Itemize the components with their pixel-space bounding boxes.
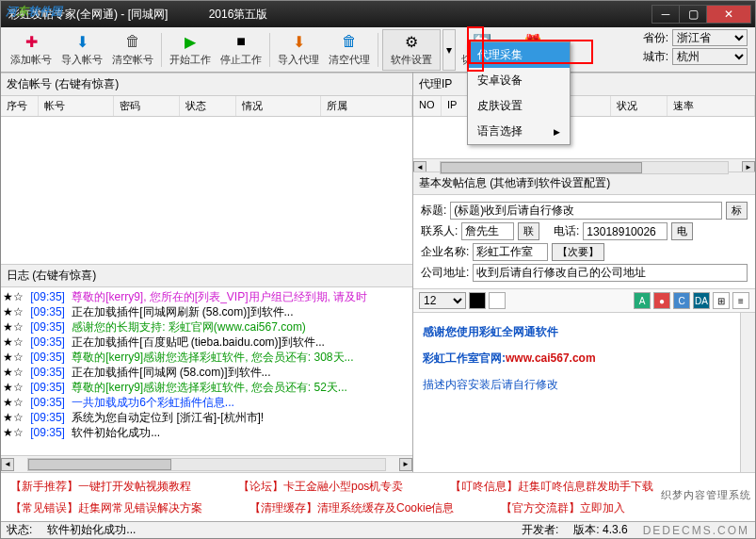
stop-button[interactable]: ■停止工作 [217,29,265,71]
fmt-e-icon[interactable]: ⊞ [713,292,730,309]
contact-label: 联系人: [421,223,458,239]
content-line2: 彩虹工作室官网:www.cai567.com [423,345,746,371]
accounts-header: 发信帐号 (右键有惊喜) [1,73,412,96]
link-tutorial[interactable]: 【新手推荐】一键打开发帖视频教程 [10,479,191,495]
contact-btn[interactable]: 联 [518,222,539,240]
log-panel[interactable]: ★☆ [09:35] 尊敬的[kerry9], 您所在的[列表_VIP]用户组已… [1,287,412,455]
fmt-b-icon[interactable]: ● [653,292,670,309]
pcol-status: 状况 [611,96,668,116]
settings-dropdown-menu: 代理采集 安卓设备 皮肤设置 语言选择▶ [467,41,571,145]
settings-button[interactable]: ⚙软件设置 [382,29,441,71]
fmt-f-icon[interactable]: ≡ [732,292,749,309]
add-account-button[interactable]: ✚添加帐号 [7,29,56,71]
accounts-grid[interactable]: 序号 帐号 密码 状态 情况 所属 [1,96,412,264]
city-select[interactable]: 杭州 [672,48,748,65]
content-line1: 感谢您使用彩虹全网通软件 [423,318,746,345]
province-label: 省份: [643,30,668,46]
pcol-speed: 速率 [668,96,755,116]
log-scrollbar[interactable]: ◄► [1,455,412,472]
clear-account-button[interactable]: 🗑清空帐号 [108,29,157,71]
col-pwd: 密码 [114,96,180,116]
title-btn[interactable]: 标 [726,202,748,220]
proxy-header: 代理IP [413,73,755,96]
phone-input[interactable] [583,222,668,240]
menu-language[interactable]: 语言选择▶ [468,119,570,144]
phone-label: 电话: [554,223,579,239]
minimize-button[interactable]: ─ [651,5,680,24]
link-dingdong[interactable]: 【叮咚信息】赶集叮咚信息群发助手下载 [450,479,653,495]
address-input[interactable] [473,264,748,282]
maximize-button[interactable]: ▢ [679,5,707,24]
province-select[interactable]: 浙江省 [672,29,748,46]
format-toolbar: 12 A ● C DA ⊞ ≡ [413,288,755,313]
proxy-grid[interactable]: NO IP 城市 状况 速率 ◄► [413,96,755,172]
company-input[interactable] [473,243,548,261]
color-black-button[interactable] [469,292,486,309]
link-cache[interactable]: 【清理缓存】清理系统缓存及Cookie信息 [249,500,454,516]
import-proxy-button[interactable]: ⬇导入代理 [274,29,323,71]
color-white-button[interactable] [489,292,506,309]
content-line3: 描述内容安装后请自行修改 [423,371,746,398]
start-button[interactable]: ▶开始工作 [166,29,215,71]
company-label: 企业名称: [421,244,469,260]
company-btn[interactable]: 【次要】 [552,243,604,261]
menu-proxy-collect[interactable]: 代理采集 [468,42,570,68]
fmt-c-icon[interactable]: C [673,292,690,309]
title-label: 标题: [421,203,446,219]
col-seq: 序号 [1,96,39,116]
menu-skin-settings[interactable]: 皮肤设置 [468,93,570,119]
col-acct: 帐号 [39,96,114,116]
col-belong: 所属 [321,96,412,116]
menu-android-device[interactable]: 安卓设备 [468,68,570,93]
window-title: 彩虹发帖专家(全网通) - [同城网] 2016第五版 [5,7,652,23]
close-button[interactable]: ✕ [706,5,751,24]
info-header: 基本发帖信息 (其他请到软件设置配置) [413,172,755,195]
titlebar: 彩虹发帖专家(全网通) - [同城网] 2016第五版 ─ ▢ ✕ [1,1,755,27]
statusbar: 状态: 软件初始化成功... 开发者: 版本: 4.3.6 DEDECMS.CO… [1,521,755,538]
col-situ: 情况 [236,96,321,116]
address-label: 公司地址: [421,265,469,281]
content-editor[interactable]: 感谢您使用彩虹全网通软件 彩虹工作室官网:www.cai567.com 描述内容… [413,313,755,472]
settings-dropdown-button[interactable]: ▾ [442,29,456,71]
link-forum[interactable]: 【论坛】卡王金融小型pos机专卖 [238,479,403,495]
clear-proxy-button[interactable]: 🗑清空代理 [325,29,374,71]
developer-label: 开发者: [522,522,558,538]
dedecms-footer: DEDECMS.COM [643,524,749,537]
content-scrollbar[interactable] [740,313,755,472]
title-input[interactable] [450,202,722,220]
import-account-button[interactable]: ⬇导入帐号 [57,29,106,71]
toolbar: ✚添加帐号 ⬇导入帐号 🗑清空帐号 ▶开始工作 ■停止工作 ⬇导入代理 🗑清空代… [1,27,755,73]
fmt-d-icon[interactable]: DA [693,292,710,309]
pcol-no: NO [413,96,442,116]
bottom-links: 【新手推荐】一键打开发帖视频教程 【论坛】卡王金融小型pos机专卖 【叮咚信息】… [1,472,755,521]
proxy-scrollbar[interactable]: ◄► [413,158,755,175]
link-qq[interactable]: 【官方交流群】立即加入 [501,500,625,516]
dedecms-watermark: 织梦内容管理系统 [661,488,751,502]
link-errors[interactable]: 【常见错误】赶集网常见错误解决方案 [10,500,202,516]
fontsize-select[interactable]: 12 [419,292,466,309]
log-header: 日志 (右键有惊喜) [1,264,412,287]
location-selectors: 省份:浙江省 城市:杭州 [643,27,748,65]
phone-btn[interactable]: 电 [671,222,693,240]
contact-input[interactable] [461,222,514,240]
fmt-a-icon[interactable]: A [634,292,651,309]
version-label: 版本: 4.3.6 [573,522,627,538]
post-info-form: 标题:标 联系人:联 电话:电 企业名称:【次要】 公司地址: [413,195,755,288]
status-text: 软件初始化成功... [47,522,136,538]
city-label: 城市: [643,49,668,65]
status-label: 状态: [7,522,32,538]
col-status: 状态 [180,96,236,116]
